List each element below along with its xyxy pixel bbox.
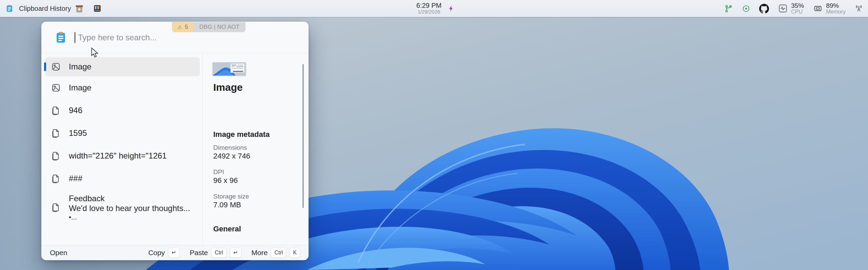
list-item-label: ###: [69, 174, 82, 183]
desktop: Clipboard History 6:29 PM 1/29/2026: [0, 0, 868, 270]
text-caret: [75, 32, 75, 43]
palette-content: Image Image 946: [42, 53, 308, 245]
list-item-946[interactable]: 946: [45, 99, 200, 122]
cpu-value: 35%: [791, 2, 804, 9]
clock-time: 6:29 PM: [407, 2, 451, 9]
list-item-image-1[interactable]: Image: [45, 57, 200, 76]
antenna-icon[interactable]: [854, 4, 863, 13]
list-item-feedback[interactable]: Feedback We'd love to hear your thoughts…: [45, 190, 200, 225]
feedback-subtitle: We'd love to hear your thoughts...: [69, 203, 190, 213]
git-branch-icon[interactable]: [724, 4, 733, 13]
system-tray: 35% CPU 89% Memory: [724, 0, 863, 17]
ctrl-keycap: Ctrl: [211, 248, 226, 258]
list-item-label: 1595: [69, 128, 87, 138]
clipboard-history-palette: ⚠ 5 DBG | NO AOT Image: [41, 22, 309, 260]
open-button[interactable]: Open: [50, 249, 67, 257]
field-value: 7.09 MB: [213, 201, 241, 209]
metadata-heading: Image metadata: [213, 130, 270, 139]
field-value: 96 x 96: [213, 176, 238, 185]
open-label: Open: [50, 249, 67, 257]
debug-badge-label: DBG | NO AOT: [199, 24, 240, 30]
warning-triangle-icon: ⚠: [178, 25, 182, 30]
document-icon: [51, 202, 61, 212]
document-icon: [51, 173, 61, 184]
memory-value: 89%: [826, 2, 846, 9]
field-label: DPI: [213, 168, 224, 176]
image-thumbnail: [213, 62, 246, 76]
copy-button[interactable]: Copy ↵: [148, 248, 179, 258]
clipboard-icon: [5, 4, 14, 13]
image-icon: [51, 82, 61, 93]
top-bar: Clipboard History 6:29 PM 1/29/2026: [0, 0, 868, 17]
document-icon: [51, 128, 61, 138]
list-item-width-height[interactable]: width="2126" height="1261: [45, 144, 200, 167]
clipboard-item-list: Image Image 946: [42, 53, 202, 245]
image-icon: [51, 61, 61, 72]
command-bar: Open Copy ↵ Paste Ctrl ↵ More Ctrl K: [42, 245, 308, 260]
status-badges: ⚠ 5 DBG | NO AOT: [172, 22, 245, 32]
debug-badge: DBG | NO AOT: [194, 22, 245, 32]
archive-box-icon[interactable]: [75, 0, 84, 17]
field-label: Dimensions: [213, 144, 247, 151]
memory-label: Memory: [826, 9, 846, 15]
list-item-label: width="2126" height="1261: [69, 151, 166, 161]
field-label: Storage size: [213, 193, 249, 200]
field-value: 2492 x 746: [213, 152, 250, 161]
more-button[interactable]: More Ctrl K: [252, 248, 300, 258]
more-label: More: [252, 249, 268, 257]
cpu-label: CPU: [791, 9, 804, 15]
document-icon: [51, 105, 61, 116]
details-panel: Image Image metadata Dimensions 2492 x 7…: [202, 53, 308, 245]
list-item-label: Image: [69, 62, 92, 71]
enter-keycap: ↵: [168, 248, 179, 258]
paste-label: Paste: [190, 249, 208, 257]
details-title: Image: [213, 82, 243, 93]
paste-button[interactable]: Paste Ctrl ↵: [190, 248, 241, 258]
list-item-1595[interactable]: 1595: [45, 122, 200, 144]
media-grid-icon[interactable]: [93, 0, 102, 17]
details-scrollbar[interactable]: [302, 64, 304, 208]
warning-count: 5: [185, 24, 188, 30]
memory-chip-icon: [813, 3, 823, 14]
memory-meter[interactable]: 89% Memory: [813, 2, 846, 15]
clock[interactable]: 6:29 PM 1/29/2026: [407, 2, 451, 15]
k-keycap: K: [290, 248, 300, 258]
document-icon: [51, 151, 61, 161]
warning-badge[interactable]: ⚠ 5: [172, 22, 194, 32]
feedback-title: Feedback: [69, 193, 190, 203]
list-item-label: Image: [69, 83, 92, 92]
record-icon[interactable]: [742, 4, 750, 13]
lightning-icon[interactable]: [448, 0, 455, 17]
mouse-cursor: [91, 47, 100, 59]
list-item-label: 946: [69, 106, 82, 115]
general-heading: General: [213, 225, 241, 233]
clock-date: 1/29/2026: [407, 9, 451, 15]
list-item-image-2[interactable]: Image: [45, 76, 200, 99]
enter-keycap: ↵: [230, 248, 241, 258]
search-input[interactable]: [78, 33, 200, 42]
copy-label: Copy: [148, 249, 165, 257]
app-title: Clipboard History: [19, 5, 71, 13]
clipboard-search-icon: [55, 31, 67, 44]
cpu-meter[interactable]: 35% CPU: [778, 2, 804, 15]
list-item-hashes[interactable]: ###: [45, 167, 200, 190]
github-icon[interactable]: [759, 4, 769, 14]
feedback-subtitle-2: •...: [69, 213, 190, 221]
ctrl-keycap: Ctrl: [271, 248, 286, 258]
cpu-gauge-icon: [778, 3, 788, 14]
